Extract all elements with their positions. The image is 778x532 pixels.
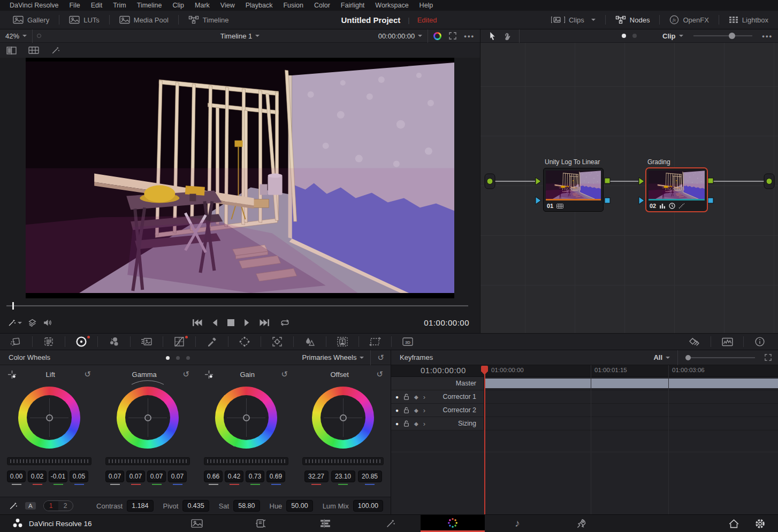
lock-icon[interactable] <box>403 394 409 400</box>
play-button[interactable] <box>244 319 250 327</box>
keyframe-diamond-icon[interactable]: ◆ <box>414 421 418 427</box>
enhanced-viewer-icon[interactable] <box>433 32 441 40</box>
node-2[interactable]: 02 <box>645 167 708 212</box>
gamma-wheel[interactable] <box>117 387 179 449</box>
loop-button[interactable] <box>280 319 290 327</box>
lift-value-y[interactable]: 0.00 <box>7 471 26 482</box>
scrubber-track[interactable] <box>6 305 468 306</box>
node-options-menu[interactable]: ••• <box>762 32 773 40</box>
offset-wheel[interactable] <box>312 387 374 449</box>
master-track-bar[interactable] <box>485 379 778 388</box>
keyframe-diamond-icon[interactable]: ◆ <box>414 394 418 400</box>
layers-icon[interactable] <box>28 319 36 327</box>
menu-edit[interactable]: Edit <box>86 2 108 9</box>
page-dot-1[interactable] <box>622 34 626 38</box>
keyframes-ruler[interactable]: 01:00:00:00 01:00:00:00 01:00:01:15 01:0… <box>391 365 778 377</box>
node-1[interactable]: 01 <box>543 168 604 212</box>
power-window-icon[interactable] <box>228 334 261 350</box>
lift-wheel[interactable] <box>18 387 80 449</box>
offset-reset-icon[interactable]: ↺ <box>376 369 383 379</box>
page-fairlight[interactable]: ♪ <box>485 515 550 532</box>
track-enable-dot[interactable]: ● <box>395 394 399 400</box>
viewer-timecode-select[interactable]: 00:00:00:00 <box>378 32 423 40</box>
camera-raw-icon[interactable] <box>0 334 32 350</box>
keyframes-filter-select[interactable]: All <box>653 353 670 361</box>
keyframes-palette-icon[interactable] <box>678 337 711 346</box>
keyframe-diamond-icon[interactable]: ◆ <box>414 407 418 413</box>
offset-value-g[interactable]: 23.10 <box>331 471 355 482</box>
split-screen-icon[interactable] <box>6 47 17 55</box>
stop-button[interactable] <box>227 319 234 326</box>
curves-icon[interactable] <box>163 334 195 350</box>
pivot-value[interactable]: 0.435 <box>182 500 209 512</box>
color-wheels-icon[interactable] <box>65 334 97 350</box>
offset-master-slider[interactable] <box>302 457 384 465</box>
wheel-page-toggle[interactable]: 12 <box>43 500 73 511</box>
offset-value-b[interactable]: 20.85 <box>358 471 382 482</box>
gamma-master-slider[interactable] <box>105 457 190 465</box>
tracker-icon[interactable] <box>261 334 293 350</box>
lift-master-slider[interactable] <box>7 457 91 465</box>
skip-to-start-button[interactable] <box>192 319 202 327</box>
reset-all-icon[interactable]: ↺ <box>377 353 384 363</box>
page-fusion[interactable] <box>358 515 422 532</box>
sizing-icon[interactable] <box>359 334 391 350</box>
gain-value-r[interactable]: 0.42 <box>225 471 243 482</box>
track-enable-dot[interactable]: ● <box>395 407 399 413</box>
lift-wheel-indicator[interactable] <box>46 414 53 421</box>
gain-reset-icon[interactable]: ↺ <box>281 369 288 379</box>
page-media[interactable] <box>165 515 229 532</box>
sat-value[interactable]: 58.80 <box>233 500 260 512</box>
color-match-icon[interactable] <box>33 334 65 350</box>
lum-mix-value[interactable]: 100.00 <box>353 500 383 512</box>
stereo-3d-icon[interactable]: 3D <box>392 334 424 350</box>
track-row-corrector1[interactable]: ●◆› Corrector 1 <box>391 390 778 404</box>
rgb-mixer-icon[interactable] <box>98 334 130 350</box>
hue-value[interactable]: 50.00 <box>286 500 312 512</box>
gamma-wheel-indicator[interactable] <box>144 414 151 421</box>
gamma-value-b[interactable]: 0.07 <box>168 471 187 482</box>
menu-help[interactable]: Help <box>414 2 439 9</box>
key-icon[interactable] <box>326 334 359 350</box>
menu-fairlight[interactable]: Fairlight <box>335 2 370 9</box>
page-edit[interactable] <box>293 515 357 532</box>
track-row-master[interactable]: Master <box>391 377 778 390</box>
menu-workspace[interactable]: Workspace <box>370 2 414 9</box>
viewer-frame[interactable] <box>26 58 454 298</box>
lightbox-button[interactable]: Lightbox <box>719 11 778 29</box>
page-color[interactable] <box>421 515 485 532</box>
motion-effects-icon[interactable] <box>131 334 163 350</box>
viewer-scrubber[interactable] <box>0 298 480 312</box>
clips-button[interactable]: Clips <box>541 11 605 29</box>
menu-file[interactable]: File <box>64 2 85 9</box>
menu-color[interactable]: Color <box>309 2 335 9</box>
auto-balance-wand-icon[interactable] <box>9 502 18 511</box>
gain-value-b[interactable]: 0.69 <box>266 471 285 482</box>
cursor-tool-icon[interactable] <box>489 32 496 41</box>
node-mode-select[interactable]: Clip <box>662 32 683 40</box>
contrast-value[interactable]: 1.184 <box>127 500 153 512</box>
keyframes-expand-icon[interactable] <box>765 354 772 361</box>
menu-clip[interactable]: Clip <box>167 2 190 9</box>
track-row-sizing[interactable]: ●◆› Sizing <box>391 417 778 430</box>
lock-icon[interactable] <box>403 420 409 427</box>
lift-picker-icon[interactable] <box>7 370 17 379</box>
page-cut[interactable] <box>228 515 293 532</box>
media-pool-button[interactable]: Media Pool <box>110 11 178 29</box>
node-graph[interactable]: Unity Log To Linear 01 Grading 02 <box>480 43 778 333</box>
menu-app[interactable]: DaVinci Resolve <box>4 2 64 9</box>
offset-wheel-indicator[interactable] <box>340 414 347 421</box>
settings-button[interactable] <box>746 515 773 532</box>
gain-wheel-indicator[interactable] <box>243 414 250 421</box>
page-1-toggle[interactable]: 1 <box>44 501 58 511</box>
lift-value-g[interactable]: -0.01 <box>49 471 67 482</box>
viewer-options-menu[interactable]: ••• <box>464 32 475 40</box>
gallery-button[interactable]: Gallery <box>3 11 59 29</box>
gain-wheel[interactable] <box>215 387 277 449</box>
page-dot-2[interactable] <box>632 34 637 38</box>
wheel-page-dots[interactable] <box>166 350 190 365</box>
menu-mark[interactable]: Mark <box>189 2 215 9</box>
nodes-button[interactable]: Nodes <box>606 11 660 29</box>
track-enable-dot[interactable]: ● <box>395 421 399 427</box>
qualifier-icon[interactable] <box>196 334 228 350</box>
